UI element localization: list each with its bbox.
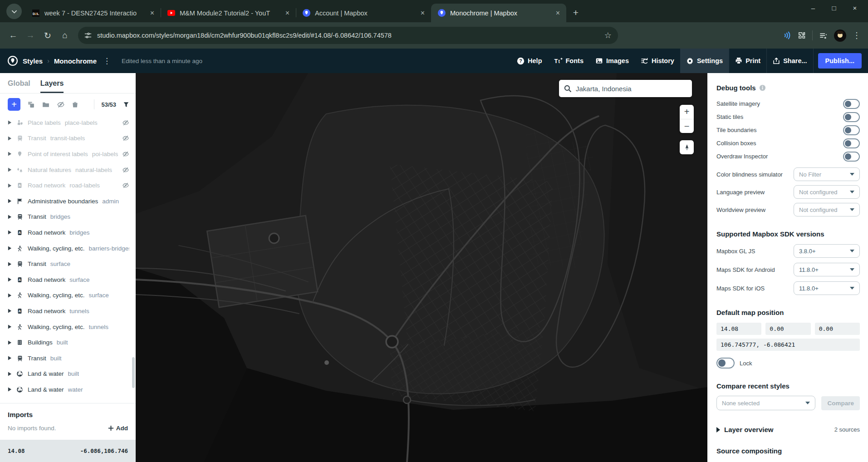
zoom-in-button[interactable]: + xyxy=(680,105,694,119)
forward-icon[interactable]: → xyxy=(23,28,38,43)
reading-mode-icon[interactable] xyxy=(783,31,791,39)
breadcrumb-styles[interactable]: Styles xyxy=(23,57,43,65)
visibility-off-icon[interactable] xyxy=(122,182,129,189)
filter-layers-icon[interactable] xyxy=(123,101,129,108)
expand-caret-icon[interactable] xyxy=(8,309,12,313)
sidebar-scrollbar[interactable] xyxy=(132,357,135,388)
toggle-visibility-icon[interactable] xyxy=(57,101,65,108)
expand-caret-icon[interactable] xyxy=(8,136,12,141)
tab-layers[interactable]: Layers xyxy=(40,79,64,93)
expand-caret-icon[interactable] xyxy=(8,120,12,125)
publish-button[interactable]: Publish... xyxy=(818,53,862,69)
layer-row[interactable]: Point of interest labelspoi-labels xyxy=(0,146,136,162)
maps-sdk-for-ios-select[interactable]: 11.8.0+ xyxy=(794,281,860,295)
layer-row[interactable]: Transitbridges xyxy=(0,209,136,225)
group-layers-folder-icon[interactable] xyxy=(42,101,50,108)
language-preview-select[interactable]: Not configured xyxy=(794,185,860,199)
expand-caret-icon[interactable] xyxy=(8,277,12,282)
playlist-icon[interactable] xyxy=(819,31,828,40)
layer-row[interactable]: Natural featuresnatural-labels xyxy=(0,162,136,178)
layer-row[interactable]: Administrative boundariesadmin xyxy=(0,193,136,209)
expand-caret-icon[interactable] xyxy=(8,293,12,298)
overdraw-inspector-toggle[interactable] xyxy=(843,152,860,162)
expand-caret-icon[interactable] xyxy=(8,372,12,376)
layer-row[interactable]: Land & waterbuilt xyxy=(0,366,136,382)
delete-layer-trash-icon[interactable] xyxy=(72,101,78,108)
expand-caret-icon[interactable] xyxy=(8,387,12,392)
tab-close-icon[interactable]: × xyxy=(419,9,427,17)
new-layer-button[interactable]: + xyxy=(8,98,20,111)
layer-row[interactable]: Transittransit-labels xyxy=(0,131,136,147)
tab-global[interactable]: Global xyxy=(8,79,30,93)
worldview-preview-select[interactable]: Not configured xyxy=(794,203,860,216)
collision-boxes-toggle[interactable] xyxy=(843,138,860,148)
color-blindness-simulator-select[interactable]: No Filter xyxy=(794,167,860,181)
tab-close-icon[interactable]: × xyxy=(554,9,562,17)
nav-fonts[interactable]: TtFonts xyxy=(548,49,589,73)
profile-avatar[interactable] xyxy=(834,29,846,42)
maximize-button[interactable]: □ xyxy=(824,0,844,15)
expand-caret-icon[interactable] xyxy=(8,183,12,188)
expand-caret-icon[interactable] xyxy=(8,356,12,360)
info-icon[interactable] xyxy=(759,84,766,91)
tab-close-icon[interactable]: × xyxy=(148,9,156,17)
layer-row[interactable]: ARoad networkbridges xyxy=(0,225,136,241)
bookmark-star-icon[interactable]: ☆ xyxy=(604,30,612,40)
layer-row[interactable]: ARoad networksurface xyxy=(0,272,136,288)
expand-caret-icon[interactable] xyxy=(8,215,12,219)
nav-help[interactable]: ?Help xyxy=(511,49,548,73)
browser-tab[interactable]: M&M Module2 Tutorial2 - YouT× xyxy=(161,4,296,22)
nav-images[interactable]: Images xyxy=(589,49,635,73)
expand-caret-icon[interactable] xyxy=(8,167,12,172)
visibility-off-icon[interactable] xyxy=(122,167,129,173)
home-icon[interactable]: ⌂ xyxy=(57,28,73,43)
tab-close-icon[interactable]: × xyxy=(284,9,291,17)
tile-boundaries-toggle[interactable] xyxy=(843,125,860,135)
visibility-off-icon[interactable] xyxy=(122,151,129,157)
layer-row[interactable]: Transitsurface xyxy=(0,256,136,272)
expand-caret-icon[interactable] xyxy=(8,340,12,345)
map-search-box[interactable]: Jakarta, Indonesia xyxy=(559,80,692,97)
satellite-imagery-toggle[interactable] xyxy=(843,99,860,109)
close-button[interactable]: × xyxy=(844,0,865,15)
static-tiles-toggle[interactable] xyxy=(843,112,860,122)
add-import-button[interactable]: Add xyxy=(108,425,128,432)
style-menu-icon[interactable]: ⋮ xyxy=(101,56,113,66)
maps-sdk-for-android-select[interactable]: 11.8.0+ xyxy=(794,263,860,276)
visibility-off-icon[interactable] xyxy=(122,135,129,142)
layer-row[interactable]: Land & waterwater xyxy=(0,382,136,398)
minimize-button[interactable]: – xyxy=(803,0,824,15)
mapbox-gl-js-select[interactable]: 3.8.0+ xyxy=(794,244,860,258)
browser-menu-icon[interactable]: ⋮ xyxy=(853,30,861,40)
extensions-puzzle-icon[interactable] xyxy=(798,31,806,39)
new-tab-button[interactable]: + xyxy=(569,6,583,20)
expand-caret-icon[interactable] xyxy=(8,152,12,156)
tab-search-button[interactable] xyxy=(6,4,22,19)
zoom-input[interactable]: 14.08 xyxy=(716,323,761,335)
expand-caret-icon[interactable] xyxy=(8,246,12,251)
map-canvas[interactable]: Jakarta, Indonesia + − xyxy=(136,73,707,462)
nav-share[interactable]: Share... xyxy=(766,49,813,73)
layer-row[interactable]: Buildingsbuilt xyxy=(0,334,136,350)
browser-tab[interactable]: Account | Mapbox× xyxy=(296,4,431,22)
layer-row[interactable]: Transitbuilt xyxy=(0,350,136,366)
layer-row[interactable]: Place labelsplace-labels xyxy=(0,115,136,131)
duplicate-layer-icon[interactable] xyxy=(27,101,35,108)
zoom-out-button[interactable]: − xyxy=(680,119,694,133)
compare-button[interactable]: Compare xyxy=(821,396,860,410)
expand-caret-icon[interactable] xyxy=(8,324,12,329)
layer-row[interactable]: Walking, cycling, etc.surface xyxy=(0,288,136,304)
nav-history[interactable]: History xyxy=(635,49,680,73)
center-coordinates-input[interactable]: 106.745777, -6.086421 xyxy=(716,339,860,351)
compare-style-select[interactable]: None selected xyxy=(716,396,815,410)
expand-caret-icon[interactable] xyxy=(8,230,12,235)
layer-row[interactable]: Walking, cycling, etc.barriers-bridges xyxy=(0,241,136,256)
lock-position-toggle[interactable] xyxy=(716,358,735,369)
reload-icon[interactable]: ↻ xyxy=(40,28,55,43)
nav-settings[interactable]: Settings xyxy=(680,49,729,73)
address-bar[interactable]: studio.mapbox.com/styles/morgan18di/cm2w… xyxy=(78,27,618,44)
back-icon[interactable]: ← xyxy=(5,28,21,43)
browser-tab[interactable]: Monochrome | Mapbox× xyxy=(431,4,566,22)
browser-tab[interactable]: D2Lweek 7 - DESN27425 Interactio× xyxy=(25,4,161,22)
expand-caret-icon[interactable] xyxy=(8,199,12,203)
